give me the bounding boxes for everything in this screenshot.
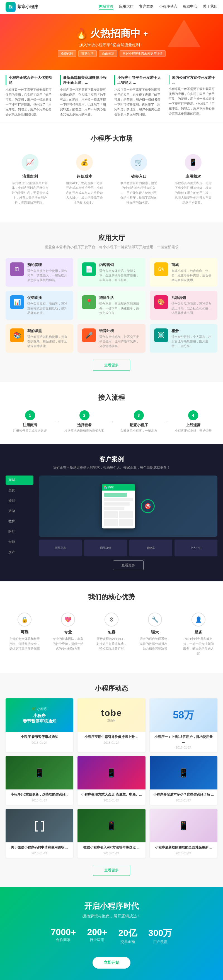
logo[interactable]: 程 紫寒小程序 xyxy=(6,2,38,12)
dyn-card-img: 📱 xyxy=(150,756,217,789)
nav-link[interactable]: 网站首页 xyxy=(99,4,113,10)
app-card[interactable]: 🛍 商城 商城小程序，包含电商、外卖、跑腿等各种类型，适合各类电商卖家使用。 xyxy=(150,258,217,287)
cases-sub-item[interactable]: 商品列表 xyxy=(39,539,82,556)
app-card[interactable]: 🎤 语音吐槽 适合各类情感类，社区交互类平台使用，让用户随时发声，分享情感故事。 xyxy=(78,324,145,353)
navigation: 程 紫寒小程序 网站首页应用大厅客户案例小程序动态帮助中心关于我们 xyxy=(0,0,223,14)
nav-link[interactable]: 小程序动态 xyxy=(159,4,177,10)
flow-step-desc: 入驻微信小程序，一键发布 xyxy=(114,429,163,433)
dyn-card-body: 小程序最新权限和功能全面升级更新 ... 2018-01-24 xyxy=(150,842,217,858)
advantages-section: 我们的核心优势 🔒 可靠 完善的安全体系和权限控制，保障数据安全，提供更可靠的服… xyxy=(0,581,223,673)
adv-card: 🔧 强大 强大的后台管理系统，完善的数据分析报表，助力精准营销决策 xyxy=(136,607,174,662)
cases-sub-item-label: 商品列表 xyxy=(55,546,66,550)
flow-step-title: 配置小程序 xyxy=(114,423,163,428)
dyn-card-body: 关于微信小程序码的申请和使用说明 ... 2018-01-24 xyxy=(6,842,73,858)
adv-card: 💖 专业 专业的技术团队，丰富的行业经验，提供一站式的专业解决方案 xyxy=(49,607,87,662)
dynamics-card[interactable]: 📱 小程序3.0重磅更新，这些功能你必须... 2018-01-24 xyxy=(6,756,73,805)
app-card-desc: 适合各类服务行业使用，操作简单，功能强大，一键轻松开启您的专属预约功能。 xyxy=(27,269,69,282)
news-col-content: 小程序是一种不需要下载安装即可使用的应用，它实现了应用「触手可及」的梦想，用户扫… xyxy=(169,87,217,116)
market-card-desc: 相比APP开发高达数十万的开发成本与维护费用，小程序的开发成本与人力维护都大大减… xyxy=(65,181,103,205)
cases-sidebar-item[interactable]: 美食 xyxy=(6,486,33,495)
cases-more-btn[interactable]: 查看更多 xyxy=(113,560,143,570)
dynamics-card[interactable]: 🌿 小程序 小程序春节暂停审核通知 小程序 春节暂停审核通知 2018-01-2… xyxy=(6,698,73,752)
era-stat: 7000+ 合作商家 xyxy=(51,927,76,944)
app-card-title: 我的课堂 xyxy=(27,328,69,333)
market-card-icon: 💰 xyxy=(76,154,93,171)
app-card[interactable]: 🗓 预约管理 适合各类服务行业使用，操作简单，功能强大，一键轻松开启您的专属预约… xyxy=(6,258,73,287)
news-row: 小程序正式合并十大优势功能小程序是一种不需要下载安装即可使用的应用，它实现了应用… xyxy=(0,70,223,123)
dyn-card-title: 小程序 春节暂停审核通知 xyxy=(9,735,70,739)
cases-sidebar-item[interactable]: 商城 xyxy=(6,476,33,485)
adv-cards: 🔒 可靠 完善的安全体系和权限控制，保障数据安全，提供更可靠的服务保障 💖 专业… xyxy=(6,607,217,662)
dyn-card-body: 微信小程序引入API方法等年终盘点 ... 2018-01-24 xyxy=(78,842,145,858)
dyn-card-body: 小程序应用生态引导价值持续上升 ... 2018-01-24 xyxy=(78,732,145,747)
app-card-title: 跑腿生活 xyxy=(99,295,141,300)
dynamics-card[interactable]: 📱 小程序开发成本多少？这些你必须了解 ... 2018-01-24 xyxy=(150,756,217,805)
adv-desc: 完善的安全体系和权限控制，保障数据安全，提供更可靠的服务保障 xyxy=(8,636,41,651)
hero-subtitle: 加入米袋小程序享9亿自然流量红利！ xyxy=(58,43,166,48)
dynamics-card[interactable]: tobe正当时 小程序应用生态引导价值持续上升 ... 2018-01-24 xyxy=(78,698,145,752)
cases-sidebar-item[interactable]: 金融 xyxy=(6,537,33,547)
app-card-title: 预约管理 xyxy=(27,262,69,267)
app-card[interactable]: 📍 跑腿生活 适合跑腿，同城配送等到家服务，一键下单，快速接单，高效完成任务。 xyxy=(78,291,145,320)
cases-section: 客户案例 我们正在不断满足更多人的需求，帮助每个人、每家企业，每个组织成就更多！… xyxy=(0,444,223,581)
cases-sidebar-item[interactable]: 医疗 xyxy=(6,527,33,536)
app-card-info: 我的课堂 适合教育培训机构使用，拥有在线视频，精品课程，教学互动等多种功能。 xyxy=(27,328,69,348)
cases-sub-item[interactable]: 购物车 xyxy=(129,539,172,556)
flow-step: 2 选择套餐 根据需求选择相应的套餐方案 xyxy=(60,410,109,433)
era-stat-num: 300万 xyxy=(148,927,172,939)
cases-sub-item[interactable]: 商品详情 xyxy=(84,539,127,556)
cases-main: 🏪 商城 xyxy=(39,476,217,570)
dynamics-title: 小程序动态 xyxy=(6,684,217,693)
era-subtitle: 拥抱梦想与抱负，展开逻辑成达！ xyxy=(6,914,217,919)
nav-link[interactable]: 帮助中心 xyxy=(183,4,198,10)
nav-link[interactable]: 应用大厅 xyxy=(119,4,134,10)
dynamics-grid: 🌿 小程序 小程序春节暂停审核通知 小程序 春节暂停审核通知 2018-01-2… xyxy=(6,698,217,858)
cases-sub-item-label: 购物车 xyxy=(147,546,155,550)
cases-sub-item[interactable]: 个人中心 xyxy=(175,539,217,556)
hero-tag[interactable]: 掌握小程序生态未来更多详情 xyxy=(119,51,166,57)
app-card[interactable]: 🖼 相册 适合婚纱摄影，个人写真，相册管理等场景使用，图片展示，一键分享。 xyxy=(150,324,217,353)
dynamics-more-btn[interactable]: 查看更多 xyxy=(93,865,130,876)
cases-sidebar-item[interactable]: 摄影 xyxy=(6,496,33,505)
hero-tag[interactable]: 独家生活 xyxy=(78,51,97,57)
cases-sidebar-item[interactable]: 房产 xyxy=(6,548,33,557)
app-card[interactable]: 🎨 活动营销 适合各类品牌商家，通过举办线上活动，结合社会化传播，让品牌快速出圈… xyxy=(150,291,217,320)
app-card-desc: 适合各类媒体资讯，微博文章，企业刊物等自媒体使用，丰富内容，精准推送。 xyxy=(99,269,141,282)
app-card[interactable]: 📄 内容营销 适合各类媒体资讯，微博文章，企业刊物等自媒体使用，丰富内容，精准推… xyxy=(78,258,145,287)
app-card-desc: 适合婚纱摄影，个人写真，相册管理等场景使用，图片展示，一键分享。 xyxy=(171,334,213,348)
market-card-icon: 📈 xyxy=(22,154,38,171)
dynamics-card[interactable]: [ ] 关于微信小程序码的申请和使用说明 ... 2018-01-24 xyxy=(6,809,73,858)
dynamics-card[interactable]: 58万 小程序一：上线1.5亿用户，日均使用量 ... 2018-01-24 xyxy=(150,698,217,752)
cases-sidebar-item[interactable]: 旅游 xyxy=(6,506,33,515)
cases-title-area: 客户案例 我们正在不断满足更多人的需求，帮助每个人、每家企业，每个组织成就更多！ xyxy=(6,455,217,470)
flow-step: 4 上线运营 小程序正式上线，开始运营 xyxy=(169,410,217,433)
hero-tag[interactable]: 自由推送 xyxy=(99,51,117,57)
app-card-info: 相册 适合婚纱摄影，个人写真，相册管理等场景使用，图片展示，一键分享。 xyxy=(171,328,213,348)
adv-title-text: 可靠 xyxy=(8,630,41,635)
news-col-content: 小程序是一种不需要下载安装即可使用的应用，它实现了应用「触手可及」的梦想，用户扫… xyxy=(6,88,54,117)
nav-link[interactable]: 关于我们 xyxy=(203,4,217,10)
era-cta-btn[interactable]: 立即开始 xyxy=(92,957,131,969)
app-card[interactable]: 📚 我的课堂 适合教育培训机构使用，拥有在线视频，精品课程，教学互动等多种功能。 xyxy=(6,324,73,353)
adv-title-text: 专业 xyxy=(52,630,84,635)
news-col-title: 国内公司官方宣传开发若干 ... xyxy=(169,75,217,84)
app-hall-title: 应用大厅 xyxy=(6,234,217,242)
dyn-card-title: 小程序变现方式大盘点 流量主、电商、... xyxy=(81,792,142,797)
dyn-card-title: 小程序最新权限和功能全面升级更新 ... xyxy=(153,845,214,850)
dynamics-card[interactable]: 📱 小程序变现方式大盘点 流量主、电商、... 2018-01-24 xyxy=(78,756,145,805)
app-card-icon: 📊 xyxy=(10,295,24,309)
dynamics-card[interactable]: 📱 微信小程序引入API方法等年终盘点 ... 2018-01-24 xyxy=(78,809,145,858)
adv-icon: 💖 xyxy=(61,612,75,627)
cases-sidebar-item[interactable]: 教育 xyxy=(6,517,33,526)
adv-desc: 开放多样的API接口，支持第三方系统集成，轻松实现业务扩展 xyxy=(96,636,127,651)
market-card-desc: 利用微信自带的搜索，附近的小程序等各种强大的入口，用户能够很方便的找到你的小程序… xyxy=(120,181,158,205)
dyn-card-icon: 📱 xyxy=(106,821,116,830)
app-card[interactable]: 📊 促销直播 适合各类卖家、商铺等，通过直播方式进行促销活动，提升品牌知名度。 xyxy=(6,291,73,320)
dynamics-card[interactable]: 📱 小程序最新权限和功能全面升级更新 ... 2018-01-24 xyxy=(150,809,217,858)
hero-tag[interactable]: 免费代码 xyxy=(58,51,76,57)
news-col: 最新高端精美商城微信小程序全新上线，…小程序是一种不需要下载安装即可使用的应用，… xyxy=(60,75,109,117)
app-hall-more-btn[interactable]: 查看更多 xyxy=(93,360,130,371)
flow-step-desc: 根据需求选择相应的套餐方案 xyxy=(60,429,109,433)
nav-link[interactable]: 客户案例 xyxy=(139,4,154,10)
app-card-icon: 📄 xyxy=(82,262,96,276)
